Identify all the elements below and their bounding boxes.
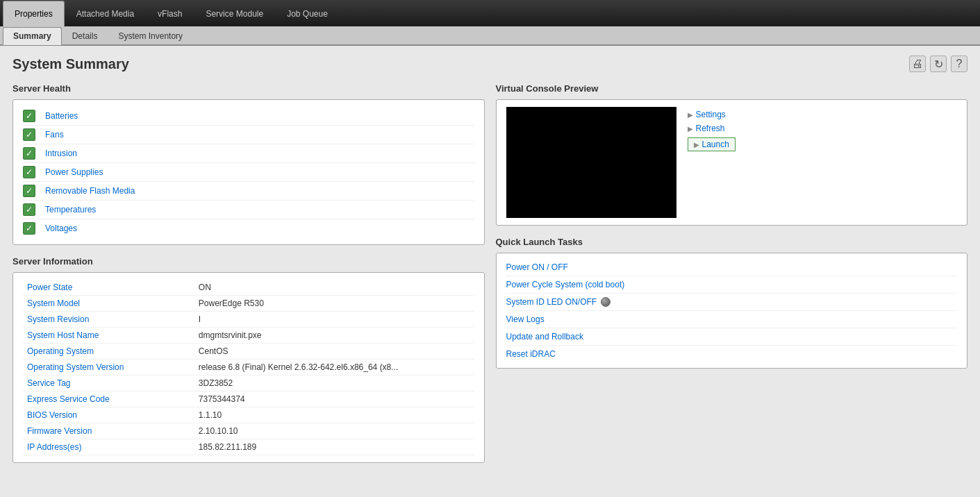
info-val-ip-addresses: 185.82.211.189: [194, 439, 474, 455]
quick-item-power-on-off[interactable]: Power ON / OFF: [506, 259, 958, 276]
info-val-os-version: release 6.8 (Final) Kernel 2.6.32-642.el…: [194, 360, 474, 376]
quick-item-power-cycle[interactable]: Power Cycle System (cold boot): [506, 276, 958, 294]
info-key-system-revision[interactable]: System Revision: [23, 312, 194, 328]
health-label-removable-flash[interactable]: Removable Flash Media: [45, 186, 135, 196]
server-health-panel: ✓ Batteries ✓ Fans ✓ Intrusion ✓ Power S…: [13, 99, 485, 245]
info-key-service-tag[interactable]: Service Tag: [23, 376, 194, 391]
virtual-console-title: Virtual Console Preview: [496, 83, 968, 94]
right-column: Virtual Console Preview ▶ Settings ▶ Ref…: [496, 83, 968, 474]
health-check-fans: ✓: [23, 128, 35, 141]
health-label-batteries[interactable]: Batteries: [45, 111, 78, 121]
table-row: IP Address(es) 185.82.211.189: [23, 439, 474, 455]
info-key-firmware-version[interactable]: Firmware Version: [23, 423, 194, 439]
health-label-temperatures[interactable]: Temperatures: [45, 205, 96, 214]
info-val-system-model: PowerEdge R530: [194, 296, 474, 312]
info-key-ip-addresses[interactable]: IP Address(es): [23, 439, 194, 455]
table-row: Firmware Version 2.10.10.10: [23, 423, 474, 439]
quick-label-reset-idrac: Reset iDRAC: [506, 349, 556, 359]
print-button[interactable]: 🖨: [909, 56, 926, 72]
subtab-details[interactable]: Details: [62, 27, 108, 45]
info-val-os: CentOS: [194, 344, 474, 360]
health-check-voltages: ✓: [23, 222, 35, 235]
table-row: System Host Name dmgmtsrvinit.pxe: [23, 328, 474, 344]
info-key-bios-version[interactable]: BIOS Version: [23, 407, 194, 423]
tab-job-queue[interactable]: Job Queue: [275, 1, 340, 27]
vc-settings-link[interactable]: ▶ Settings: [688, 110, 736, 119]
info-val-express-service-code: 7375344374: [194, 391, 474, 407]
quick-label-view-logs: View Logs: [506, 314, 545, 324]
health-check-temperatures: ✓: [23, 203, 35, 216]
server-health-title: Server Health: [13, 83, 485, 94]
sub-tabbar: Summary Details System Inventory: [0, 26, 980, 46]
vc-refresh-label: Refresh: [696, 124, 725, 133]
health-label-voltages[interactable]: Voltages: [45, 224, 77, 233]
quick-label-power-cycle: Power Cycle System (cold boot): [506, 280, 625, 289]
tab-properties[interactable]: Properties: [3, 1, 65, 27]
table-row: Service Tag 3DZ3852: [23, 376, 474, 391]
health-check-intrusion: ✓: [23, 147, 35, 160]
subtab-system-inventory[interactable]: System Inventory: [108, 27, 193, 45]
info-key-os[interactable]: Operating System: [23, 344, 194, 360]
quick-item-reset-idrac[interactable]: Reset iDRAC: [506, 346, 958, 362]
info-val-service-tag: 3DZ3852: [194, 376, 474, 391]
vc-settings-arrow: ▶: [688, 111, 693, 119]
left-column: Server Health ✓ Batteries ✓ Fans ✓ Intru…: [13, 83, 485, 474]
health-item-temperatures: ✓ Temperatures: [23, 201, 474, 219]
vc-launch-button[interactable]: ▶ Launch: [688, 137, 736, 151]
vc-refresh-arrow: ▶: [688, 125, 693, 133]
refresh-button[interactable]: ↻: [930, 56, 947, 72]
info-val-bios-version: 1.1.10: [194, 407, 474, 423]
health-check-batteries: ✓: [23, 110, 35, 122]
info-key-express-service-code[interactable]: Express Service Code: [23, 391, 194, 407]
quick-label-update-rollback: Update and Rollback: [506, 332, 583, 342]
info-val-firmware-version: 2.10.10.10: [194, 423, 474, 439]
table-row: BIOS Version 1.1.10: [23, 407, 474, 423]
quick-launch-panel: Power ON / OFF Power Cycle System (cold …: [496, 253, 968, 369]
info-val-power-state: ON: [194, 280, 474, 296]
vc-launch-arrow: ▶: [694, 141, 699, 149]
virtual-console-actions: ▶ Settings ▶ Refresh ▶ Launch: [688, 107, 736, 151]
table-row: Express Service Code 7375344374: [23, 391, 474, 407]
health-item-removable-flash: ✓ Removable Flash Media: [23, 182, 474, 201]
table-row: System Model PowerEdge R530: [23, 296, 474, 312]
quick-item-view-logs[interactable]: View Logs: [506, 311, 958, 328]
virtual-console-panel: ▶ Settings ▶ Refresh ▶ Launch: [496, 99, 968, 226]
top-tabbar: Properties Attached Media vFlash Service…: [0, 0, 980, 26]
health-check-power-supplies: ✓: [23, 166, 35, 178]
health-label-power-supplies[interactable]: Power Supplies: [45, 167, 103, 177]
health-check-removable-flash: ✓: [23, 185, 35, 197]
info-key-power-state[interactable]: Power State: [23, 280, 194, 296]
info-key-host-name[interactable]: System Host Name: [23, 328, 194, 344]
table-row: Power State ON: [23, 280, 474, 296]
quick-item-update-rollback[interactable]: Update and Rollback: [506, 328, 958, 346]
quick-label-power-on-off: Power ON / OFF: [506, 262, 568, 272]
health-item-voltages: ✓ Voltages: [23, 219, 474, 237]
virtual-console-screen: [506, 107, 676, 218]
tab-service-module[interactable]: Service Module: [194, 1, 275, 27]
help-button[interactable]: ?: [951, 56, 967, 72]
health-item-fans: ✓ Fans: [23, 126, 474, 144]
vc-settings-label: Settings: [696, 110, 726, 119]
quick-item-system-id-led[interactable]: System ID LED ON/OFF: [506, 294, 958, 311]
quick-launch-title: Quick Launch Tasks: [496, 237, 968, 247]
server-info-panel: Power State ON System Model PowerEdge R5…: [13, 272, 485, 463]
info-val-system-revision: I: [194, 312, 474, 328]
info-key-os-version[interactable]: Operating System Version: [23, 360, 194, 376]
vc-refresh-link[interactable]: ▶ Refresh: [688, 124, 736, 133]
tab-attached-media[interactable]: Attached Media: [65, 1, 146, 27]
info-key-system-model[interactable]: System Model: [23, 296, 194, 312]
health-label-intrusion[interactable]: Intrusion: [45, 149, 77, 158]
table-row: Operating System Version release 6.8 (Fi…: [23, 360, 474, 376]
server-info-title: Server Information: [13, 256, 485, 267]
subtab-summary[interactable]: Summary: [3, 27, 62, 45]
health-item-power-supplies: ✓ Power Supplies: [23, 163, 474, 182]
tab-vflash[interactable]: vFlash: [146, 1, 194, 27]
title-icons: 🖨 ↻ ?: [909, 56, 967, 72]
page-title: System Summary: [13, 56, 129, 72]
health-item-batteries: ✓ Batteries: [23, 107, 474, 126]
health-label-fans[interactable]: Fans: [45, 130, 64, 140]
two-col-layout: Server Health ✓ Batteries ✓ Fans ✓ Intru…: [13, 83, 967, 474]
table-row: Operating System CentOS: [23, 344, 474, 360]
table-row: System Revision I: [23, 312, 474, 328]
health-item-intrusion: ✓ Intrusion: [23, 144, 474, 163]
